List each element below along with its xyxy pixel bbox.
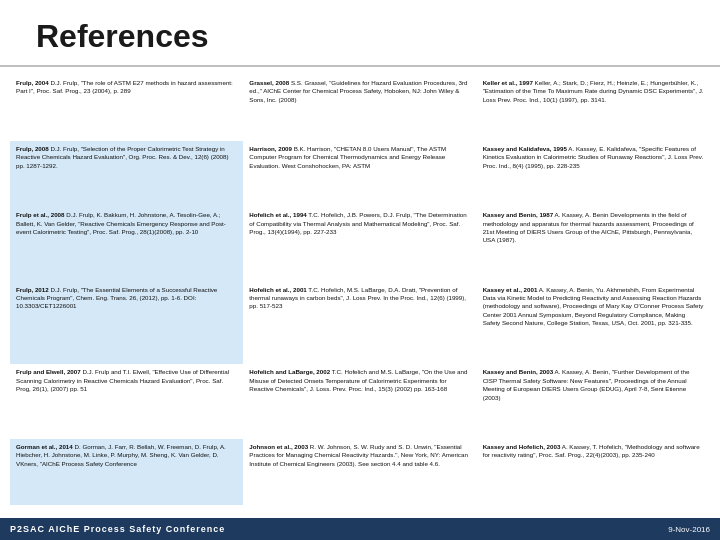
ref-hofelich-1994: Hofelich et al., 1994 T.C. Hofelich, J.B… bbox=[243, 207, 476, 281]
footer-date: 9-Nov-2016 bbox=[668, 525, 710, 534]
page-title: References bbox=[0, 0, 720, 67]
ref-hofelich-2001: Hofelich et al., 2001 T.C. Hofelich, M.S… bbox=[243, 282, 476, 365]
ref-kassey-benin-1987: Kassey and Benin, 1987 A. Kassey, A. Ben… bbox=[477, 207, 710, 281]
footer-logo: P2SAC AIChE Process Safety Conference bbox=[10, 524, 225, 534]
ref-harrison-2009: Harrison, 2009 B.K. Harrison, "CHETAN 8.… bbox=[243, 141, 476, 207]
references-grid: Frulp, 2004 D.J. Frulp, "The role of AST… bbox=[0, 75, 720, 505]
ref-kassey-kalidafeva-1995: Kassey and Kalidafeva, 1995 A. Kassey, E… bbox=[477, 141, 710, 207]
ref-frulp-2008b: Frulp et al., 2008 D.J. Frulp, K. Bakkum… bbox=[10, 207, 243, 281]
ref-keller-1997: Keller et al., 1997 Keller, A.; Stark, D… bbox=[477, 75, 710, 141]
ref-gorman-2014: Gorman et al., 2014 D. Gorman, J. Farr, … bbox=[10, 439, 243, 505]
ref-frulp-elwell-2007: Frulp and Elwell, 2007 D.J. Frulp and T.… bbox=[10, 364, 243, 438]
ref-kassey-benin-2003: Kassey and Benin, 2003 A. Kassey, A. Ben… bbox=[477, 364, 710, 438]
ref-hofelich-labarge-2002: Hofelich and LaBarge, 2002 T.C. Hofelich… bbox=[243, 364, 476, 438]
ref-fritip-2004: Frulp, 2004 D.J. Frulp, "The role of AST… bbox=[10, 75, 243, 141]
ref-johnson-2003: Johnson et al., 2003 R. W. Johnson, S. W… bbox=[243, 439, 476, 505]
ref-kassey-2001: Kassey et al., 2001 A. Kassey, A. Benin,… bbox=[477, 282, 710, 365]
ref-frulp-2012: Frulp, 2012 D.J. Frulp, "The Essential E… bbox=[10, 282, 243, 365]
footer-bar: P2SAC AIChE Process Safety Conference 9-… bbox=[0, 518, 720, 540]
ref-kassey-hofelich-2003: Kassey and Hofelich, 2003 A. Kassey, T. … bbox=[477, 439, 710, 505]
ref-grassel-2008: Grassel, 2008 S.S. Grassel, "Guidelines … bbox=[243, 75, 476, 141]
ref-frulp-2008: Frulp, 2008 D.J. Frulp, "Selection of th… bbox=[10, 141, 243, 207]
slide: References Frulp, 2004 D.J. Frulp, "The … bbox=[0, 0, 720, 540]
